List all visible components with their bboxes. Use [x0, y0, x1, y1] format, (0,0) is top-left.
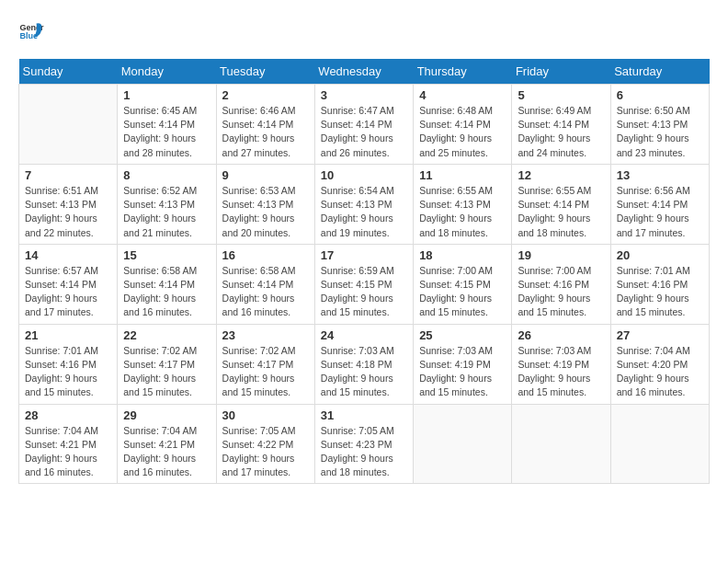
day-info: Sunrise: 7:03 AMSunset: 4:19 PMDaylight:… — [419, 344, 506, 400]
day-cell: 22Sunrise: 7:02 AMSunset: 4:17 PMDayligh… — [118, 324, 216, 404]
day-number: 5 — [518, 88, 604, 102]
day-info: Sunrise: 6:46 AMSunset: 4:14 PMDaylight:… — [222, 104, 309, 160]
day-info: Sunrise: 7:04 AMSunset: 4:20 PMDaylight:… — [617, 344, 703, 400]
logo-icon: General Blue — [18, 18, 44, 44]
weekday-header-monday: Monday — [118, 59, 216, 85]
day-cell: 8Sunrise: 6:52 AMSunset: 4:13 PMDaylight… — [118, 164, 216, 244]
day-cell: 29Sunrise: 7:04 AMSunset: 4:21 PMDayligh… — [118, 404, 216, 484]
day-info: Sunrise: 6:50 AMSunset: 4:13 PMDaylight:… — [617, 104, 703, 160]
day-info: Sunrise: 6:58 AMSunset: 4:14 PMDaylight:… — [123, 264, 210, 320]
day-info: Sunrise: 6:56 AMSunset: 4:14 PMDaylight:… — [617, 184, 703, 240]
day-info: Sunrise: 6:48 AMSunset: 4:14 PMDaylight:… — [419, 104, 506, 160]
day-cell: 14Sunrise: 6:57 AMSunset: 4:14 PMDayligh… — [19, 244, 118, 324]
weekday-header-row: SundayMondayTuesdayWednesdayThursdayFrid… — [19, 59, 710, 85]
weekday-header-sunday: Sunday — [19, 59, 118, 85]
day-number: 12 — [518, 168, 604, 182]
week-row-2: 7Sunrise: 6:51 AMSunset: 4:13 PMDaylight… — [19, 164, 710, 244]
day-cell: 18Sunrise: 7:00 AMSunset: 4:15 PMDayligh… — [414, 244, 512, 324]
day-number: 28 — [25, 408, 111, 422]
day-info: Sunrise: 7:05 AMSunset: 4:22 PMDaylight:… — [222, 424, 309, 480]
day-info: Sunrise: 6:55 AMSunset: 4:13 PMDaylight:… — [419, 184, 506, 240]
day-cell: 9Sunrise: 6:53 AMSunset: 4:13 PMDaylight… — [216, 164, 314, 244]
day-number: 20 — [617, 248, 703, 262]
day-cell: 28Sunrise: 7:04 AMSunset: 4:21 PMDayligh… — [19, 404, 118, 484]
day-number: 8 — [123, 168, 210, 182]
week-row-4: 21Sunrise: 7:01 AMSunset: 4:16 PMDayligh… — [19, 324, 710, 404]
day-cell: 21Sunrise: 7:01 AMSunset: 4:16 PMDayligh… — [19, 324, 118, 404]
day-number: 26 — [518, 328, 604, 342]
day-info: Sunrise: 6:51 AMSunset: 4:13 PMDaylight:… — [25, 184, 111, 240]
week-row-5: 28Sunrise: 7:04 AMSunset: 4:21 PMDayligh… — [19, 404, 710, 484]
calendar: SundayMondayTuesdayWednesdayThursdayFrid… — [18, 59, 710, 484]
day-cell: 13Sunrise: 6:56 AMSunset: 4:14 PMDayligh… — [610, 164, 709, 244]
day-info: Sunrise: 7:03 AMSunset: 4:18 PMDaylight:… — [321, 344, 407, 400]
day-number: 17 — [321, 248, 407, 262]
day-number: 23 — [222, 328, 309, 342]
logo: General Blue — [18, 18, 44, 44]
day-number: 24 — [321, 328, 407, 342]
day-info: Sunrise: 6:59 AMSunset: 4:15 PMDaylight:… — [321, 264, 407, 320]
day-cell: 23Sunrise: 7:02 AMSunset: 4:17 PMDayligh… — [216, 324, 314, 404]
week-row-1: 1Sunrise: 6:45 AMSunset: 4:14 PMDaylight… — [19, 85, 710, 165]
day-number: 7 — [25, 168, 111, 182]
svg-text:Blue: Blue — [19, 31, 38, 40]
day-cell: 16Sunrise: 6:58 AMSunset: 4:14 PMDayligh… — [216, 244, 314, 324]
day-cell: 20Sunrise: 7:01 AMSunset: 4:16 PMDayligh… — [610, 244, 709, 324]
day-info: Sunrise: 6:57 AMSunset: 4:14 PMDaylight:… — [25, 264, 111, 320]
day-number: 31 — [321, 408, 407, 422]
day-cell: 11Sunrise: 6:55 AMSunset: 4:13 PMDayligh… — [414, 164, 512, 244]
day-cell: 17Sunrise: 6:59 AMSunset: 4:15 PMDayligh… — [314, 244, 413, 324]
day-number: 1 — [123, 88, 210, 102]
day-info: Sunrise: 7:03 AMSunset: 4:19 PMDaylight:… — [518, 344, 604, 400]
day-info: Sunrise: 7:02 AMSunset: 4:17 PMDaylight:… — [222, 344, 309, 400]
day-cell: 10Sunrise: 6:54 AMSunset: 4:13 PMDayligh… — [314, 164, 413, 244]
day-cell: 26Sunrise: 7:03 AMSunset: 4:19 PMDayligh… — [512, 324, 610, 404]
day-number: 14 — [25, 248, 111, 262]
day-info: Sunrise: 7:04 AMSunset: 4:21 PMDaylight:… — [123, 424, 210, 480]
day-cell: 27Sunrise: 7:04 AMSunset: 4:20 PMDayligh… — [610, 324, 709, 404]
day-info: Sunrise: 7:00 AMSunset: 4:16 PMDaylight:… — [518, 264, 604, 320]
day-number: 27 — [617, 328, 703, 342]
weekday-header-saturday: Saturday — [610, 59, 709, 85]
weekday-header-thursday: Thursday — [414, 59, 512, 85]
day-cell: 12Sunrise: 6:55 AMSunset: 4:14 PMDayligh… — [512, 164, 610, 244]
day-number: 2 — [222, 88, 309, 102]
day-number: 10 — [321, 168, 407, 182]
day-cell: 25Sunrise: 7:03 AMSunset: 4:19 PMDayligh… — [414, 324, 512, 404]
day-number: 4 — [419, 88, 506, 102]
day-cell: 24Sunrise: 7:03 AMSunset: 4:18 PMDayligh… — [314, 324, 413, 404]
day-cell: 15Sunrise: 6:58 AMSunset: 4:14 PMDayligh… — [118, 244, 216, 324]
day-number: 16 — [222, 248, 309, 262]
day-number: 30 — [222, 408, 309, 422]
day-info: Sunrise: 6:58 AMSunset: 4:14 PMDaylight:… — [222, 264, 309, 320]
week-row-3: 14Sunrise: 6:57 AMSunset: 4:14 PMDayligh… — [19, 244, 710, 324]
day-info: Sunrise: 7:00 AMSunset: 4:15 PMDaylight:… — [419, 264, 506, 320]
day-number: 3 — [321, 88, 407, 102]
day-number: 21 — [25, 328, 111, 342]
day-cell — [414, 404, 512, 484]
day-cell: 6Sunrise: 6:50 AMSunset: 4:13 PMDaylight… — [610, 85, 709, 165]
day-info: Sunrise: 6:52 AMSunset: 4:13 PMDaylight:… — [123, 184, 210, 240]
day-cell: 19Sunrise: 7:00 AMSunset: 4:16 PMDayligh… — [512, 244, 610, 324]
day-info: Sunrise: 6:54 AMSunset: 4:13 PMDaylight:… — [321, 184, 407, 240]
day-number: 13 — [617, 168, 703, 182]
day-info: Sunrise: 7:01 AMSunset: 4:16 PMDaylight:… — [25, 344, 111, 400]
day-cell: 4Sunrise: 6:48 AMSunset: 4:14 PMDaylight… — [414, 85, 512, 165]
day-number: 6 — [617, 88, 703, 102]
day-info: Sunrise: 6:47 AMSunset: 4:14 PMDaylight:… — [321, 104, 407, 160]
day-number: 19 — [518, 248, 604, 262]
day-number: 25 — [419, 328, 506, 342]
day-info: Sunrise: 6:45 AMSunset: 4:14 PMDaylight:… — [123, 104, 210, 160]
day-number: 29 — [123, 408, 210, 422]
day-cell: 30Sunrise: 7:05 AMSunset: 4:22 PMDayligh… — [216, 404, 314, 484]
day-cell: 2Sunrise: 6:46 AMSunset: 4:14 PMDaylight… — [216, 85, 314, 165]
day-info: Sunrise: 6:55 AMSunset: 4:14 PMDaylight:… — [518, 184, 604, 240]
day-info: Sunrise: 6:49 AMSunset: 4:14 PMDaylight:… — [518, 104, 604, 160]
day-cell: 31Sunrise: 7:05 AMSunset: 4:23 PMDayligh… — [314, 404, 413, 484]
day-cell — [610, 404, 709, 484]
day-cell — [19, 85, 118, 165]
day-number: 18 — [419, 248, 506, 262]
day-number: 11 — [419, 168, 506, 182]
day-info: Sunrise: 7:04 AMSunset: 4:21 PMDaylight:… — [25, 424, 111, 480]
day-cell: 1Sunrise: 6:45 AMSunset: 4:14 PMDaylight… — [118, 85, 216, 165]
